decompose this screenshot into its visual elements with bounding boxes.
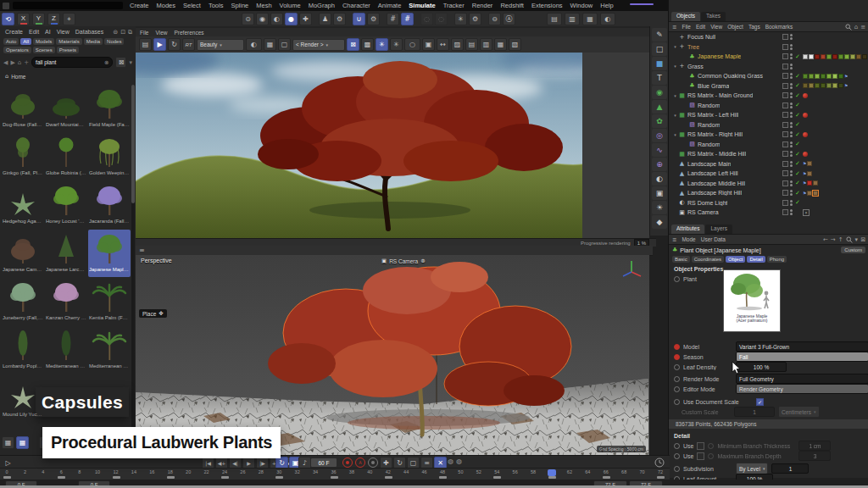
fit-view-icon[interactable]: ↔ [437, 38, 449, 51]
render-source-dropdown[interactable]: < Render > [292, 39, 345, 51]
visibility-dots[interactable] [790, 170, 793, 176]
tab-layers[interactable]: Layers [705, 225, 732, 234]
simulation-settings-icon[interactable]: ⚙ [367, 13, 380, 25]
om-menu-tags[interactable]: Tags [748, 24, 760, 30]
playhead[interactable] [548, 469, 556, 476]
asset-item-globe-robinia[interactable]: Globe Robinia (Fall, Pl... [45, 133, 87, 180]
redshift-material-tag[interactable] [803, 152, 808, 157]
material-tag[interactable] [803, 83, 808, 88]
material-tag[interactable] [803, 74, 808, 79]
phong-tag-icon[interactable]: ⚑ [803, 161, 806, 166]
history-forward-icon[interactable]: → [831, 236, 836, 243]
asset-item-hedgehog-agave[interactable]: Hedgehog Agave (Fall... [2, 181, 44, 229]
enable-checkbox[interactable] [782, 180, 788, 186]
autokey-region-icon[interactable]: ▦ [16, 436, 29, 449]
object-row-tree[interactable]: ▾+Tree [669, 42, 868, 53]
save-image-icon[interactable]: ▤ [139, 38, 152, 51]
parent-icon[interactable]: ↑ [838, 236, 843, 243]
search-options-icon[interactable]: ▾ [129, 59, 132, 66]
visibility-dots[interactable] [790, 141, 793, 147]
object-row-rs-matrix-right-hill[interactable]: ▾▦RS Matrix - Right Hill✓ [669, 130, 868, 140]
material-tag[interactable] [826, 74, 832, 79]
menu-window[interactable]: Window [570, 2, 593, 9]
key-circle-b-icon[interactable]: ◍ [456, 458, 462, 465]
enable-checkbox[interactable] [782, 112, 788, 118]
ab-menu-ai[interactable]: AI [45, 29, 51, 35]
object-row-common-quaking-grass[interactable]: ♣Common Quaking Grass✓⚑ [669, 71, 868, 81]
visibility-dots[interactable] [790, 161, 793, 167]
asset-item-kanzan-cherry[interactable]: Kanzan Cherry (Fall, Pl... [45, 278, 87, 325]
material-tag[interactable] [832, 83, 837, 88]
list-options-icon[interactable]: ≡ [860, 24, 865, 30]
keyframe-selection-button[interactable] [368, 458, 378, 468]
asset-item-dwarf-mountain-pine[interactable]: Dwarf Mountain Pine (... [45, 85, 87, 132]
enable-checkbox[interactable] [782, 131, 788, 137]
enable-checkbox[interactable] [782, 161, 788, 167]
enable-checkbox[interactable] [782, 151, 788, 157]
ab-menu-create[interactable]: Create [5, 29, 23, 35]
snapshot-a-icon[interactable]: ✳ [376, 38, 388, 51]
om-menu-view[interactable]: View [710, 24, 722, 30]
dim-tool-b-icon[interactable]: ◌ [435, 13, 448, 25]
filter-tab-all[interactable]: All [20, 38, 31, 45]
visibility-dots[interactable] [790, 112, 793, 118]
material-tag[interactable] [807, 161, 812, 166]
subdivision-surface-icon[interactable]: ◉ [652, 86, 667, 99]
material-icon[interactable]: ◆ [652, 215, 667, 229]
material-tag[interactable] [826, 54, 832, 59]
object-row-japanese-maple[interactable]: ♣Japanese Maple✓⚑ [669, 52, 868, 62]
panel-menu-icon[interactable]: ≡ [672, 24, 676, 30]
asset-settings-icon[interactable]: ⚙ [469, 13, 481, 25]
record-keyframe-button[interactable] [342, 458, 353, 468]
asset-item-japanese-camellia[interactable]: Japanese Camellia (Fal... [2, 230, 44, 277]
asset-item-honey-locust-sunbur[interactable]: Honey Locust 'Sunbur... [45, 181, 87, 229]
render-to-picture-viewer-icon[interactable]: ▥ [565, 13, 580, 25]
key-interpolation-icon[interactable]: ▦ [2, 436, 14, 449]
anim-dot[interactable] [674, 386, 680, 392]
breadcrumb[interactable]: ⌂ Home [0, 68, 136, 80]
min-thickness-field[interactable]: 1 cm [798, 441, 831, 451]
snapshot-b-icon[interactable]: ✳ [390, 38, 403, 51]
custom-button[interactable]: Custom [841, 247, 865, 253]
asset-item-mediterranean-cypres[interactable]: Mediterranean Cypres... [45, 326, 87, 374]
enable-checkbox[interactable] [782, 209, 788, 215]
plant-preview[interactable]: Japanese Maple (Acer palmatum) [723, 269, 781, 332]
send-to-pv-icon[interactable]: ▤ [465, 38, 478, 51]
anim-dot[interactable] [674, 453, 680, 459]
bucket-grid-icon[interactable]: ▩ [361, 38, 374, 51]
keyframe-dot[interactable] [674, 344, 680, 350]
phong-tag-icon[interactable]: ⚑ [803, 180, 806, 186]
render-view-icon[interactable]: ▤ [547, 13, 562, 25]
rt-toggle-icon[interactable]: RT [182, 38, 195, 51]
filter-icon[interactable]: ▾ [855, 236, 859, 243]
snap-modes-icon[interactable]: ◉ [256, 13, 269, 25]
enable-checkbox[interactable] [782, 141, 788, 147]
object-row-random[interactable]: ▨Random✓ [669, 120, 868, 130]
visibility-dots[interactable] [790, 53, 793, 59]
asset-item-lombardy-poplar[interactable]: Lombardy Poplar (Fall... [2, 326, 44, 374]
enable-checkbox[interactable] [782, 170, 788, 176]
rv-menu-preferences[interactable]: Preferences [174, 30, 203, 36]
filter-tab-auto[interactable]: Auto [3, 38, 19, 45]
filter-tab-materials[interactable]: Materials [56, 38, 81, 45]
visibility-dots[interactable] [790, 122, 793, 128]
visibility-dots[interactable] [790, 92, 793, 98]
visibility-dots[interactable] [790, 190, 793, 196]
tab-attributes[interactable]: Attributes [671, 225, 704, 234]
object-row-rs-matrix-left-hill[interactable]: ▾▦RS Matrix - Left Hill✓ [669, 110, 868, 120]
history-back-icon[interactable]: ← [823, 236, 828, 243]
region-render-icon[interactable]: ▣ [422, 38, 435, 51]
anim-dot[interactable] [674, 364, 680, 370]
object-row-rs-dome-light[interactable]: ◐RS Dome Light✓ [669, 198, 868, 208]
ab-menu-view[interactable]: View [57, 29, 70, 35]
material-tag[interactable] [838, 83, 843, 88]
tab-objects[interactable]: Objects [671, 12, 700, 21]
search-icon[interactable] [846, 236, 853, 243]
visibility-dots[interactable] [790, 200, 793, 206]
open-pv-icon[interactable]: ▦ [494, 38, 507, 51]
asset-scrollbar-thumb[interactable] [131, 85, 135, 203]
render-settings-icon[interactable]: ▦ [582, 13, 598, 25]
doc-scale-checkbox[interactable]: ✓ [756, 398, 764, 406]
material-tag[interactable] [856, 54, 861, 59]
enable-checkbox[interactable] [782, 83, 788, 89]
